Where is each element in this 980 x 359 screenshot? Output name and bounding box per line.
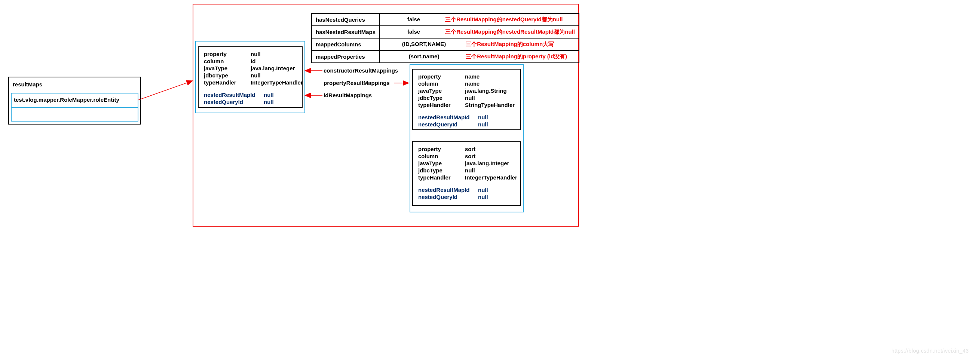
resultmaps-entry-list: test.vlog.mapper.RoleMapper.roleEntity: [11, 93, 138, 122]
field-value: null: [264, 99, 297, 105]
field-value: IntegerTypeHandler: [251, 79, 303, 86]
sort-mapping-box: propertysort columnsort javaTypejava.lan…: [412, 141, 521, 206]
field-value: null: [465, 167, 517, 173]
field-label: jdbcType: [418, 95, 465, 101]
field-label: property: [418, 73, 465, 79]
summary-table: hasNestedQueries false 三个ResultMapping的n…: [311, 13, 579, 63]
field-label: nestedQueryId: [204, 99, 264, 105]
field-value: java.lang.Integer: [465, 160, 517, 167]
field-value: java.lang.Integer: [251, 65, 303, 71]
field-label: javaType: [418, 160, 465, 167]
resultmaps-title: resultMaps: [13, 81, 42, 87]
field-value: null: [465, 95, 515, 101]
field-value: StringTypeHandler: [465, 102, 515, 108]
row-val: (sort,name): [384, 53, 464, 59]
row-val: false: [384, 16, 444, 22]
row-key: mappedProperties: [312, 51, 380, 63]
field-label: property: [418, 146, 465, 152]
field-value: null: [478, 114, 515, 121]
row-key: hasNestedQueries: [312, 13, 380, 26]
row-key: mappedColumns: [312, 38, 380, 51]
label-id: idResultMappings: [323, 92, 372, 98]
field-label: nestedResultMapId: [418, 187, 478, 193]
row-note: 三个ResultMapping的nestedQueryId都为null: [445, 16, 563, 22]
watermark: https://blog.csdn.net/weixin_43: [891, 348, 969, 354]
label-constructor: constructorResultMappings: [323, 67, 398, 74]
field-value: null: [264, 92, 297, 98]
id-mapping-box: propertynull columnid javaTypejava.lang.…: [198, 46, 302, 108]
field-value: sort: [465, 146, 517, 152]
field-label: nestedQueryId: [418, 194, 478, 200]
field-value: id: [251, 58, 303, 64]
field-label: javaType: [204, 65, 251, 71]
field-value: name: [465, 73, 515, 79]
field-value: sort: [465, 153, 517, 159]
field-label: nestedResultMapId: [418, 114, 478, 121]
field-value: null: [251, 72, 303, 78]
row-note: 三个ResultMapping的nestedResultMapId都为null: [445, 29, 575, 35]
row-key: hasNestedResultMaps: [312, 26, 380, 38]
svg-line-0: [138, 81, 192, 100]
field-value: null: [478, 194, 515, 200]
field-value: null: [478, 121, 515, 127]
row-val: false: [384, 29, 444, 35]
field-label: column: [418, 153, 465, 159]
field-value: null: [478, 187, 515, 193]
field-label: typeHandler: [418, 102, 465, 108]
resultmaps-entry: test.vlog.mapper.RoleMapper.roleEntity: [14, 97, 119, 103]
field-label: column: [418, 80, 465, 87]
field-value: null: [251, 51, 303, 57]
field-label: javaType: [418, 87, 465, 94]
row-note: 三个ResultMapping的property (id没有): [466, 53, 567, 59]
field-label: nestedResultMapId: [204, 92, 264, 98]
field-label: column: [204, 58, 251, 64]
row-val: (ID,SORT,NAME): [384, 41, 464, 47]
name-mapping-box: propertyname columnname javaTypejava.lan…: [412, 69, 521, 130]
row-note: 三个ResultMapping的column大写: [466, 41, 554, 47]
field-value: name: [465, 80, 515, 87]
field-label: typeHandler: [418, 174, 465, 181]
field-label: jdbcType: [204, 72, 251, 78]
label-property: propertyResultMappings: [323, 79, 390, 86]
field-value: java.lang.String: [465, 87, 515, 94]
field-value: IntegerTypeHandler: [465, 174, 517, 181]
field-label: jdbcType: [418, 167, 465, 173]
field-label: nestedQueryId: [418, 121, 478, 127]
field-label: typeHandler: [204, 79, 251, 86]
field-label: property: [204, 51, 251, 57]
